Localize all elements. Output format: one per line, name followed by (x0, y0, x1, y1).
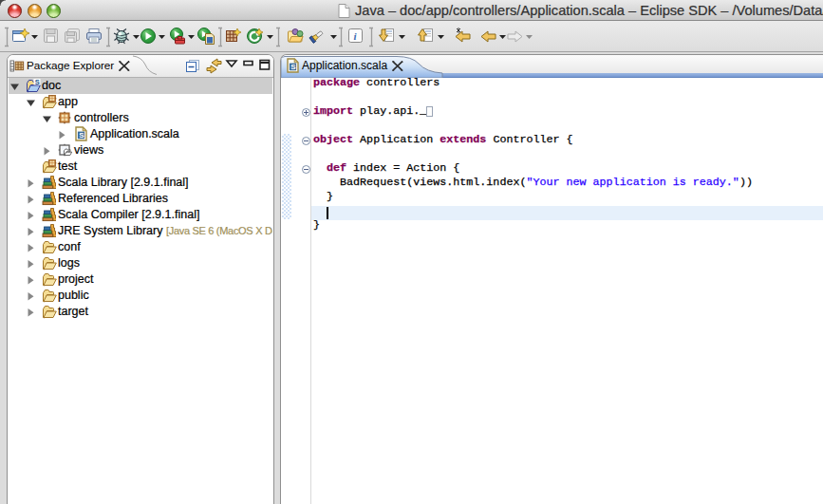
svg-text:Package Explorer: Package Explorer (27, 59, 114, 71)
svg-text:Application.scala: Application.scala (302, 59, 387, 72)
